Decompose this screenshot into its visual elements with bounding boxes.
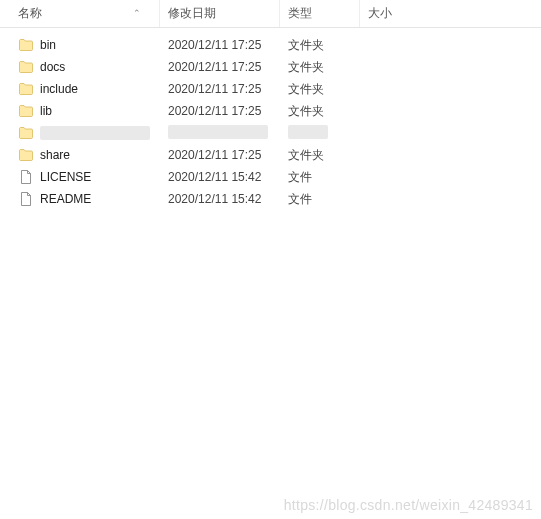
file-type: 文件 [280, 169, 360, 186]
file-row[interactable]: README2020/12/11 15:42文件 [0, 188, 541, 210]
file-row[interactable]: share2020/12/11 17:25文件夹 [0, 144, 541, 166]
file-icon [18, 169, 34, 185]
file-list: bin2020/12/11 17:25文件夹docs2020/12/11 17:… [0, 28, 541, 210]
column-header-name[interactable]: 名称 ⌃ [0, 0, 160, 27]
file-date: 2020/12/11 17:25 [160, 148, 280, 162]
file-date: 2020/12/11 15:42 [160, 192, 280, 206]
file-row[interactable]: docs2020/12/11 17:25文件夹 [0, 56, 541, 78]
file-date: 2020/12/11 17:25 [160, 60, 280, 74]
file-date: 2020/12/11 17:25 [160, 38, 280, 52]
file-date [160, 125, 280, 142]
file-type: 文件夹 [280, 103, 360, 120]
folder-icon [18, 37, 34, 53]
file-name: README [40, 192, 91, 206]
file-type: 文件夹 [280, 37, 360, 54]
watermark-text: https://blog.csdn.net/weixin_42489341 [284, 497, 533, 513]
file-date: 2020/12/11 17:25 [160, 104, 280, 118]
file-name: share [40, 148, 70, 162]
file-row[interactable]: LICENSE2020/12/11 15:42文件 [0, 166, 541, 188]
column-header-type[interactable]: 类型 [280, 0, 360, 27]
column-header-row: 名称 ⌃ 修改日期 类型 大小 [0, 0, 541, 28]
folder-icon [18, 125, 34, 141]
file-date: 2020/12/11 15:42 [160, 170, 280, 184]
file-row[interactable]: lib2020/12/11 17:25文件夹 [0, 100, 541, 122]
file-type: 文件夹 [280, 147, 360, 164]
file-row[interactable]: bin2020/12/11 17:25文件夹 [0, 34, 541, 56]
column-label: 类型 [288, 5, 312, 22]
file-type [280, 125, 360, 142]
file-name [40, 126, 150, 140]
file-row[interactable]: include2020/12/11 17:25文件夹 [0, 78, 541, 100]
file-name: include [40, 82, 78, 96]
file-date: 2020/12/11 17:25 [160, 82, 280, 96]
folder-icon [18, 81, 34, 97]
file-name: docs [40, 60, 65, 74]
column-label: 名称 [18, 5, 42, 22]
column-label: 大小 [368, 5, 392, 22]
file-name: bin [40, 38, 56, 52]
column-header-date[interactable]: 修改日期 [160, 0, 280, 27]
folder-icon [18, 59, 34, 75]
column-label: 修改日期 [168, 5, 216, 22]
sort-caret-icon: ⌃ [133, 8, 141, 18]
file-name: LICENSE [40, 170, 91, 184]
file-type: 文件夹 [280, 81, 360, 98]
folder-icon [18, 103, 34, 119]
file-icon [18, 191, 34, 207]
file-type: 文件夹 [280, 59, 360, 76]
file-type: 文件 [280, 191, 360, 208]
column-header-size[interactable]: 大小 [360, 0, 541, 27]
file-name: lib [40, 104, 52, 118]
folder-icon [18, 147, 34, 163]
file-row[interactable] [0, 122, 541, 144]
